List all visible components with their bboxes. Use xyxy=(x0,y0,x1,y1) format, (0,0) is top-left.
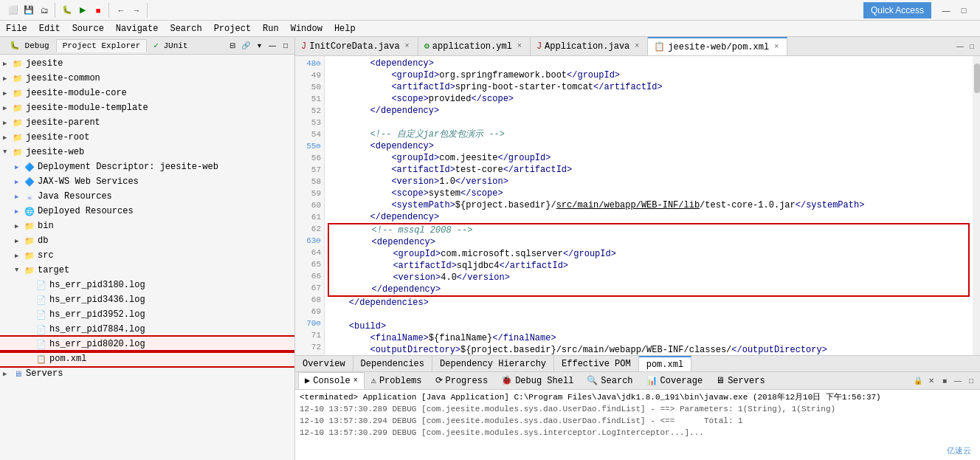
debug-btn[interactable]: 🐛 xyxy=(60,3,75,18)
search-icon: 🔍 xyxy=(587,375,598,386)
maximize-btn[interactable]: □ xyxy=(956,3,971,18)
log-icon: 📄 xyxy=(35,338,47,350)
tab-project-explorer[interactable]: Project Explorer xyxy=(56,39,148,52)
panel-minimize-btn[interactable]: — xyxy=(266,40,278,52)
tree-item-parent[interactable]: ▶ 📁 jeesite-parent xyxy=(0,115,294,130)
console-scroll-lock[interactable]: 🔒 xyxy=(912,375,924,387)
tree-item-src[interactable]: ▶ 📁 src xyxy=(0,248,294,263)
tab-debug[interactable]: 🐛 Debug xyxy=(3,38,56,52)
tree-label: hs_err_pid3436.log xyxy=(49,295,145,305)
code-line-58: <version>1.0</version> xyxy=(328,176,970,188)
tree-item-servers[interactable]: ▶ 🖥 Servers xyxy=(0,366,294,381)
link-with-editor-btn[interactable]: 🔗 xyxy=(240,40,252,52)
tree-item-log3[interactable]: 📄 hs_err_pid3952.log xyxy=(0,307,294,322)
forward-btn[interactable]: → xyxy=(129,3,144,18)
tab-junit[interactable]: ✓ JUnit xyxy=(147,38,194,52)
close-icon[interactable]: × xyxy=(632,42,641,51)
tab-application-java[interactable]: J Application.java × xyxy=(531,37,648,55)
close-icon[interactable]: × xyxy=(403,42,412,51)
menu-window[interactable]: Window xyxy=(285,21,328,36)
tree-item-log2[interactable]: 📄 hs_err_pid3436.log xyxy=(0,292,294,307)
tree-item-jeesite[interactable]: ▶ 📁 jeesite xyxy=(0,56,294,71)
editor-maximize-btn[interactable]: □ xyxy=(967,41,977,52)
tab-overview[interactable]: Overview xyxy=(295,356,353,371)
tree-item-deployment[interactable]: ▶ 🔷 Deployment Descriptor: jeesite-web xyxy=(0,159,294,174)
collapse-all-btn[interactable]: ⊟ xyxy=(227,40,238,52)
tree-item-common[interactable]: ▶ 📁 jeesite-common xyxy=(0,71,294,86)
tree-item-bin[interactable]: ▶ 📁 bin xyxy=(0,219,294,233)
toolbar-group-3: ← → xyxy=(111,3,148,18)
console-line-1: 12-10 13:57:30.289 DEBUG [com.jeesite.mo… xyxy=(300,403,976,415)
console-min[interactable]: — xyxy=(952,375,964,387)
menu-search[interactable]: Search xyxy=(164,21,207,36)
server-icon: 🖥 xyxy=(12,368,24,380)
tree-label: target xyxy=(38,265,69,275)
close-icon[interactable]: × xyxy=(515,42,524,51)
tab-init-core[interactable]: J InitCoreData.java × xyxy=(295,37,418,55)
code-content[interactable]: <dependency> <groupId>org.springframewor… xyxy=(325,56,973,355)
console-max[interactable]: □ xyxy=(965,375,977,387)
tree-item-target[interactable]: ▼ 📁 target xyxy=(0,263,294,278)
console-tab-console[interactable]: ▶ Console × xyxy=(298,372,365,389)
console-terminate[interactable]: ■ xyxy=(939,375,950,387)
close-icon[interactable]: × xyxy=(353,377,358,385)
tree-item-module-core[interactable]: ▶ 📁 jeesite-module-core xyxy=(0,86,294,100)
line-50: 50 xyxy=(298,81,321,93)
console-tab-debug-shell[interactable]: 🐞 Debug Shell xyxy=(494,372,580,389)
folder-icon: 📁 xyxy=(12,58,24,69)
menu-file[interactable]: File xyxy=(0,21,33,36)
tree-item-module-template[interactable]: ▶ 📁 jeesite-module-template xyxy=(0,100,294,115)
back-btn[interactable]: ← xyxy=(114,3,128,18)
tab-dependency-hierarchy[interactable]: Dependency Hierarchy xyxy=(432,356,554,371)
save-btn[interactable]: 💾 xyxy=(21,3,36,18)
console-tab-search[interactable]: 🔍 Search xyxy=(580,372,639,389)
close-icon[interactable]: × xyxy=(772,43,781,52)
tree-item-log4[interactable]: 📄 hs_err_pid7884.log xyxy=(0,322,294,337)
tree-item-root[interactable]: ▶ 📁 jeesite-root xyxy=(0,130,294,145)
save-all-btn[interactable]: 🗂 xyxy=(37,3,52,18)
log-icon: 📄 xyxy=(35,309,47,320)
tab-effective-pom[interactable]: Effective POM xyxy=(554,356,639,371)
panel-menu-btn[interactable]: ▾ xyxy=(253,40,265,52)
tree-item-deployed-res[interactable]: ▶ 🌐 Deployed Resources xyxy=(0,204,294,219)
tree-item-log5-selected[interactable]: 📄 hs_err_pid8020.log xyxy=(0,337,294,351)
console-tab-coverage[interactable]: 📊 Coverage xyxy=(640,372,710,389)
menu-project[interactable]: Project xyxy=(208,21,257,36)
console-clear[interactable]: ✕ xyxy=(925,375,937,387)
menu-help[interactable]: Help xyxy=(328,21,362,36)
tab-pom-xml-source[interactable]: pom.xml xyxy=(639,356,691,371)
problems-icon: ⚠ xyxy=(371,375,376,386)
tree-item-jax[interactable]: ▶ 🔷 JAX-WS Web Services xyxy=(0,174,294,189)
console-tab-servers[interactable]: 🖥 Servers xyxy=(709,372,771,389)
console-tab-progress[interactable]: ⟳ Progress xyxy=(429,372,495,389)
line-48: 48⊖ xyxy=(298,58,321,69)
vertical-scrollbar[interactable] xyxy=(973,56,980,355)
editor-minimize-btn[interactable]: — xyxy=(955,41,965,52)
tree-item-log1[interactable]: 📄 hs_err_pid3180.log xyxy=(0,278,294,292)
servers-icon: 🖥 xyxy=(716,375,725,386)
tree-item-web[interactable]: ▼ 📁 jeesite-web xyxy=(0,145,294,159)
run-btn[interactable]: ▶ xyxy=(75,3,90,18)
line-71: 71 xyxy=(298,329,321,341)
progress-icon: ⟳ xyxy=(435,375,443,386)
panel-maximize-btn[interactable]: □ xyxy=(280,40,291,52)
console-controls: 🔒 ✕ ■ — □ xyxy=(912,375,977,387)
menu-edit[interactable]: Edit xyxy=(33,21,66,36)
quick-access-button[interactable]: Quick Access xyxy=(863,2,931,18)
folder-icon: 📁 xyxy=(12,102,24,114)
tree-item-pom-xml[interactable]: 📋 pom.xml xyxy=(0,351,294,366)
menu-navigate[interactable]: Navigate xyxy=(110,21,165,36)
java-icon: J xyxy=(536,41,542,52)
new-btn[interactable]: ⬜ xyxy=(6,3,21,18)
tab-dependencies[interactable]: Dependencies xyxy=(353,356,432,371)
menu-run[interactable]: Run xyxy=(257,21,285,36)
tab-application-yml[interactable]: ⚙ application.yml × xyxy=(418,37,531,55)
tree-item-db[interactable]: ▶ 📁 db xyxy=(0,233,294,248)
tab-pom-xml[interactable]: 📋 jeesite-web/pom.xml × xyxy=(648,37,787,55)
arrow-icon: ▶ xyxy=(3,370,12,378)
console-tab-problems[interactable]: ⚠ Problems xyxy=(365,372,429,389)
tree-item-java-res[interactable]: ▶ ☕ Java Resources xyxy=(0,189,294,204)
menu-source[interactable]: Source xyxy=(66,21,110,36)
minimize-btn[interactable]: — xyxy=(939,3,953,18)
stop-btn[interactable]: ■ xyxy=(91,3,106,18)
